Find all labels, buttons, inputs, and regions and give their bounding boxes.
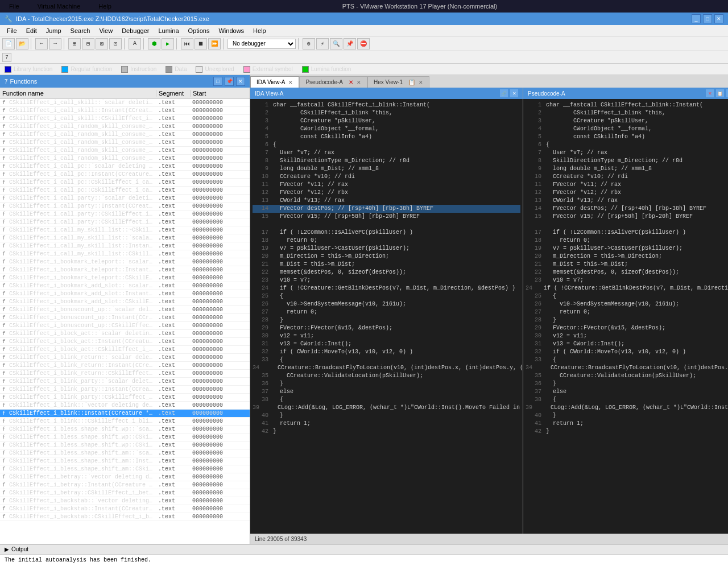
fn-row[interactable]: fCSkillEffect_i_bless_shape_shift_am::CS… — [0, 465, 250, 473]
fn-row[interactable]: fCSkillEffect_i_bless_shape_shift_am::`s… — [0, 449, 250, 457]
fn-row[interactable]: fCSkillEffect_i_bookmark_teleport::`scal… — [0, 258, 250, 266]
tb-run[interactable]: ▶ — [162, 38, 174, 49]
fn-row[interactable]: fCSkillEffect_i_blink_party::Instant(CCr… — [0, 386, 250, 394]
menu-edit[interactable]: Edit — [22, 26, 42, 35]
fn-row[interactable]: fCSkillEffect_i_call_party::CSkillEffect… — [0, 218, 250, 226]
menu-jump[interactable]: Jump — [42, 26, 66, 35]
tb-btn8[interactable]: ⏹ — [195, 38, 207, 49]
fn-row[interactable]: fCSkillEffect_i_betray::CSkillEffect_i_b… — [0, 489, 250, 497]
vmware-menu-help[interactable]: Help — [94, 2, 116, 11]
fn-row[interactable]: fCSkillEffect_i_block_act::CSkillEffect_… — [0, 346, 250, 354]
menu-help[interactable]: Help — [249, 26, 271, 35]
tb-dbg-btn2[interactable]: ⚡ — [316, 38, 329, 49]
pseudo-copy-icon[interactable]: 📋 — [716, 89, 724, 97]
tb-btn9[interactable]: ⏩ — [208, 38, 221, 49]
tb-new[interactable]: 📄 — [2, 38, 15, 49]
fn-row[interactable]: fCSkillEffect_i_bookmark_add_slot::Insta… — [0, 290, 250, 298]
fn-row[interactable]: fCSkillEffect_i_bonuscount_up::Instant(C… — [0, 314, 250, 322]
fn-row[interactable]: fCSkillEffect_i_block_act::Instant(CCrea… — [0, 338, 250, 346]
fn-row[interactable]: fCSkillEffect_i_call_my_skill_list::`sca… — [0, 234, 250, 242]
fn-row[interactable]: fCSkillEffect_i_betray::Instant(CCreatur… — [0, 481, 250, 489]
functions-float-btn[interactable]: □ — [213, 77, 222, 86]
fn-row[interactable]: fCSkillEffect_i_blink_return::Instant(CC… — [0, 362, 250, 370]
fn-row[interactable]: fCSkillEffect_i_call_random_skill_consum… — [0, 147, 250, 155]
fn-row[interactable]: fCSkillEffect_i_blink_return::CSkillEffe… — [0, 370, 250, 378]
fn-row[interactable]: fCSkillEffect_i_block_act::`scalar delet… — [0, 330, 250, 338]
fn-row[interactable]: fCSkillEffect_i_call_random_skill_consum… — [0, 123, 250, 131]
tb-dbg-btn1[interactable]: ⚙ — [303, 38, 315, 49]
fn-row[interactable]: fCSkillEffect_i_call_my_skill_list::~CSk… — [0, 226, 250, 234]
fn-row[interactable]: fCSkillEffect_i_betray::`vector deleting… — [0, 473, 250, 481]
fn-row[interactable]: fCSkillEffect_i_backstab::CSkillEffect_i… — [0, 513, 250, 521]
tb-btn7[interactable]: ⏮ — [181, 38, 193, 49]
tab-pseudo-close[interactable]: ✕ — [357, 80, 361, 85]
tb-dbg-btn5[interactable]: ⛔ — [357, 38, 370, 49]
menu-view[interactable]: View — [94, 26, 117, 35]
menu-debugger[interactable]: Debugger — [117, 26, 154, 35]
tab-hex-view[interactable]: Hex View-1 📋 ✕ — [367, 76, 429, 88]
ida-view-close[interactable]: ✕ — [510, 89, 518, 97]
functions-list[interactable]: fCSkillEffect_i_call_skill::`scalar dele… — [0, 99, 250, 544]
fn-row[interactable]: fCSkillEffect_i_call_my_skill_list::CSki… — [0, 250, 250, 258]
tb-btn3[interactable]: ⊞ — [68, 38, 81, 49]
fn-row[interactable]: fCSkillEffect_i_call_skill::CSkillEffect… — [0, 115, 250, 123]
fn-row[interactable]: fCSkillEffect_i_bookmark_teleport::CSkil… — [0, 274, 250, 282]
tab-hex-close[interactable]: ✕ — [419, 80, 423, 85]
fn-row[interactable]: fCSkillEffect_i_call_pc::`scalar deletin… — [0, 163, 250, 171]
tb-open[interactable]: 📂 — [16, 38, 28, 49]
ida-view-sync[interactable]: 🔗 — [500, 89, 508, 97]
fn-row[interactable]: fCSkillEffect_i_bless_shape_shift_wp::CS… — [0, 441, 250, 449]
tb-btn6[interactable]: ⊡ — [109, 38, 122, 49]
tb-dbg-btn3[interactable]: 🔍 — [330, 38, 342, 49]
tb-fwd[interactable]: → — [49, 38, 61, 49]
fn-row[interactable]: fCSkillEffect_i_blink_party::`scalar del… — [0, 378, 250, 386]
fn-row[interactable]: fCSkillEffect_i_blink:::CSkillEffect_i_b… — [0, 418, 250, 426]
functions-pin-btn[interactable]: 📌 — [225, 77, 234, 86]
tb-dbg-btn4[interactable]: 📌 — [344, 38, 356, 49]
fn-row[interactable]: fCSkillEffect_i_blink::`vector deleting … — [0, 402, 250, 410]
fn-row[interactable]: fCSkillEffect_i_call_random_skill_consum… — [0, 155, 250, 163]
fn-row[interactable]: fCSkillEffect_i_bless_shape_shift_wp::`s… — [0, 426, 250, 434]
fn-row[interactable]: fCSkillEffect_i_call_pc::Instant(CCreatu… — [0, 171, 250, 179]
tab-ida-view-close[interactable]: ✕ — [288, 80, 293, 85]
fn-row[interactable]: fCSkillEffect_i_bless_shape_shift_am::In… — [0, 457, 250, 465]
tab-pseudocode[interactable]: Pseudocode-A ✕ ✕ — [299, 76, 367, 88]
ida-close-btn[interactable]: ✕ — [714, 14, 723, 23]
fn-row[interactable]: fCSkillEffect_i_backstab::`vector deleti… — [0, 497, 250, 505]
tb-btn4[interactable]: ⊟ — [82, 38, 94, 49]
vmware-menu[interactable]: File Virtual Machine Help — [5, 2, 116, 11]
menu-windows[interactable]: Windows — [214, 26, 249, 35]
fn-row[interactable]: fCSkillEffect_i_call_party::`scalar dele… — [0, 195, 250, 203]
tb-back[interactable]: ← — [35, 38, 48, 49]
fn-row[interactable]: fCSkillEffect_i_call_party::CSkillEffect… — [0, 210, 250, 218]
fn-row[interactable]: fCSkillEffect_i_call_random_skill_consum… — [0, 131, 250, 139]
tb-text-size[interactable]: A — [129, 38, 141, 49]
vmware-menu-file[interactable]: File — [5, 2, 24, 11]
fn-row[interactable]: fCSkillEffect_i_bookmark_add_slot::CSkil… — [0, 298, 250, 306]
pseudo-close-icon[interactable]: ✕ — [706, 89, 714, 97]
ida-view-content[interactable]: 1char __fastcall CSkillEffect_i_blink::I… — [250, 99, 523, 534]
ida-maximize-btn[interactable]: □ — [703, 14, 712, 23]
ida-minimize-btn[interactable]: _ — [692, 14, 701, 23]
fn-row[interactable]: fCSkillEffect_i_call_party::Instant(CCre… — [0, 203, 250, 210]
fn-row[interactable]: fCSkillEffect_i_bookmark_teleport::Insta… — [0, 266, 250, 274]
fn-row[interactable]: fCSkillEffect_i_call_pc::CSkillEffect_i_… — [0, 187, 250, 195]
tb-graph[interactable]: ⬢ — [148, 38, 160, 49]
fn-row[interactable]: fCSkillEffect_i_bonuscount_up::CSkillEff… — [0, 322, 250, 330]
functions-close-btn[interactable]: ✕ — [236, 77, 245, 86]
fn-row[interactable]: fCSkillEffect_i_blink_party::CSkillEffec… — [0, 394, 250, 402]
fn-row[interactable]: fCSkillEffect_i_bookmark_add_slot::`scal… — [0, 282, 250, 290]
fn-row[interactable]: fCSkillEffect_i_call_my_skill_list::Inst… — [0, 242, 250, 250]
fn-row[interactable]: fCSkillEffect_i_blink_return::`scalar de… — [0, 354, 250, 362]
fn-row[interactable]: fCSkillEffect_i_call_random_skill_consum… — [0, 139, 250, 147]
fn-row[interactable]: fCSkillEffect_i_bless_shape_shift_wp::CS… — [0, 434, 250, 441]
debugger-select[interactable]: No debugger — [228, 39, 296, 49]
pseudo-content[interactable]: 1char __fastcall CSkillEffect_i_blink::I… — [523, 99, 728, 534]
menu-file[interactable]: File — [2, 26, 22, 35]
fn-row[interactable]: fCSkillEffect_i_blink::Instant(CCreature… — [0, 410, 250, 418]
fn-row[interactable]: fCSkillEffect_i_bonuscount_up::`scalar d… — [0, 306, 250, 314]
fn-row[interactable]: fCSkillEffect_i_call_skill::`scalar dele… — [0, 99, 250, 107]
menu-search[interactable]: Search — [66, 26, 95, 35]
vmware-menu-vm[interactable]: Virtual Machine — [33, 2, 85, 11]
menu-lumina[interactable]: Lumina — [154, 26, 183, 35]
